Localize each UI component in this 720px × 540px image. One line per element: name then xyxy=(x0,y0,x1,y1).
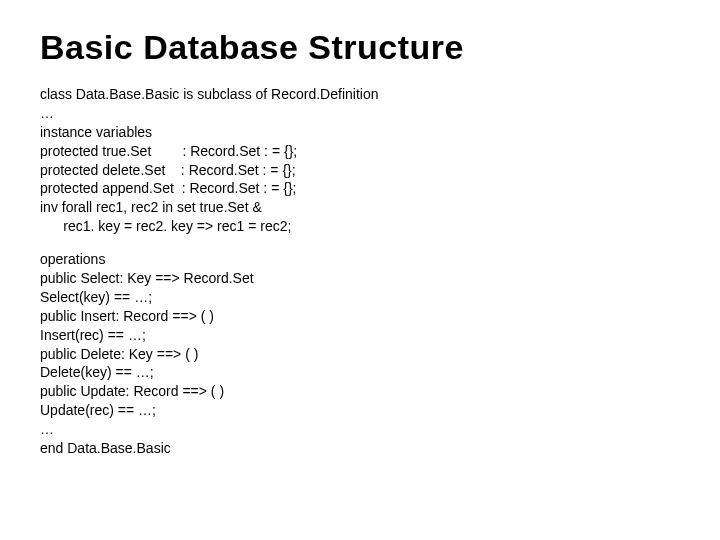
code-block-instance-variables: class Data.Base.Basic is subclass of Rec… xyxy=(40,85,680,236)
code-block-operations: operations public Select: Key ==> Record… xyxy=(40,250,680,458)
slide: Basic Database Structure class Data.Base… xyxy=(0,0,720,478)
slide-title: Basic Database Structure xyxy=(40,28,680,67)
spacer xyxy=(40,236,680,250)
